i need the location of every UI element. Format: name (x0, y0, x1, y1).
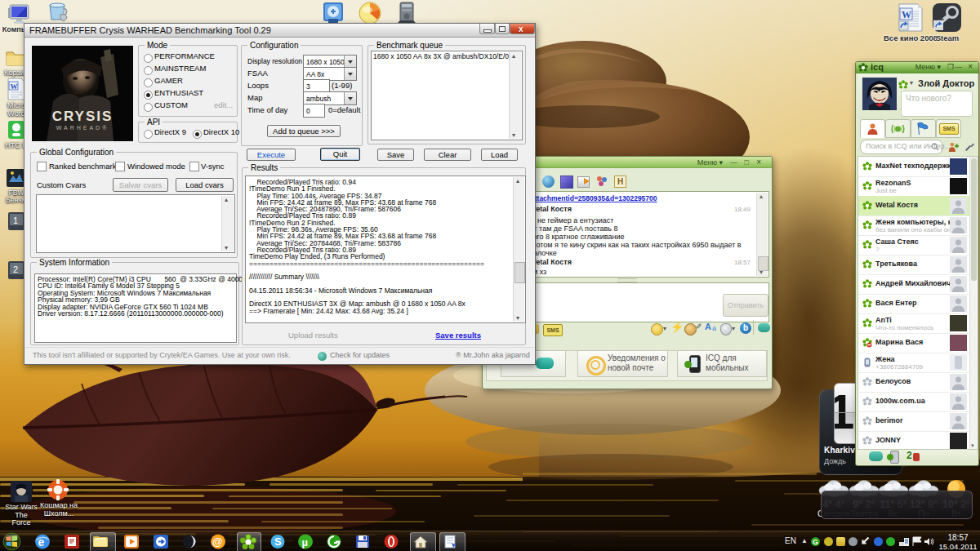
svg-text:1: 1 (13, 216, 18, 225)
svg-text:S: S (274, 535, 282, 548)
svg-text:WARHEAD®: WARHEAD® (56, 125, 109, 131)
svg-text:W: W (902, 9, 911, 20)
svg-text:W: W (11, 82, 18, 91)
svg-text:CRYSIS: CRYSIS (52, 109, 114, 124)
svg-text:µ: µ (302, 536, 309, 549)
svg-text:@: @ (212, 535, 223, 548)
svg-text:2: 2 (13, 264, 18, 274)
